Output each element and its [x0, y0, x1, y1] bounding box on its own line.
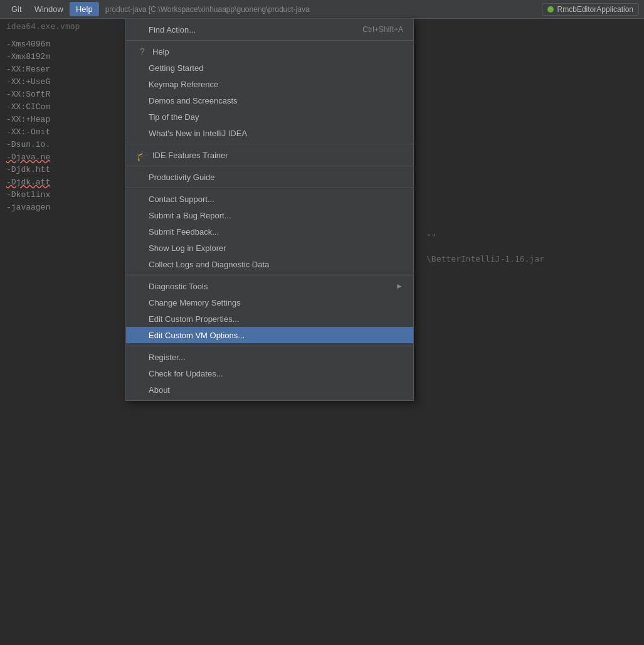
- help-label: Help: [152, 47, 403, 56]
- background-text-1: "": [426, 232, 436, 242]
- find-action-shortcut: Ctrl+Shift+A: [362, 25, 403, 34]
- run-status-dot: [547, 6, 554, 13]
- run-config-label: RmcbEditorApplication: [557, 5, 633, 14]
- menu-item-edit-vm-options[interactable]: Edit Custom VM Options...: [126, 327, 413, 343]
- ide-trainer-label: IDE Features Trainer: [152, 151, 403, 160]
- menu-window[interactable]: Window: [28, 2, 70, 16]
- edit-custom-props-label: Edit Custom Properties...: [149, 314, 403, 324]
- find-action-label: Find Action...: [149, 25, 350, 35]
- menu-item-edit-custom-props[interactable]: Edit Custom Properties...: [126, 311, 413, 327]
- menu-help[interactable]: Help: [70, 2, 99, 16]
- menu-item-tip-of-day[interactable]: Tip of the Day: [126, 109, 413, 125]
- window-title: product-java [C:\Workspace\xinhuaapp\guo…: [105, 5, 542, 14]
- menu-item-keymap[interactable]: Keymap Reference: [126, 76, 413, 92]
- tip-of-day-label: Tip of the Day: [149, 112, 403, 122]
- menu-item-change-memory[interactable]: Change Memory Settings: [126, 294, 413, 311]
- menu-item-productivity-guide[interactable]: Productivity Guide: [126, 169, 413, 185]
- menu-item-submit-feedback[interactable]: Submit Feedback...: [126, 223, 413, 240]
- menu-item-collect-logs[interactable]: Collect Logs and Diagnostic Data: [126, 256, 413, 272]
- menu-item-help[interactable]: ? Help: [126, 43, 413, 60]
- productivity-guide-label: Productivity Guide: [149, 173, 403, 182]
- menu-bar: Git Window Help product-java [C:\Workspa…: [0, 0, 644, 19]
- submenu-arrow-icon: ►: [396, 282, 403, 291]
- about-label: About: [149, 385, 403, 395]
- menu-section-trainer: 🎓 IDE Features Trainer: [126, 144, 413, 166]
- menu-section-support: Contact Support... Submit a Bug Report..…: [126, 188, 413, 275]
- menu-item-contact-support[interactable]: Contact Support...: [126, 191, 413, 207]
- whats-new-label: What's New in IntelliJ IDEA: [149, 129, 403, 138]
- demos-label: Demos and Screencasts: [149, 96, 403, 105]
- menu-item-getting-started[interactable]: Getting Started: [126, 60, 413, 76]
- diagnostic-tools-label: Diagnostic Tools: [149, 282, 396, 291]
- check-updates-label: Check for Updates...: [149, 369, 403, 378]
- menu-item-show-log[interactable]: Show Log in Explorer: [126, 240, 413, 256]
- menu-item-ide-trainer[interactable]: 🎓 IDE Features Trainer: [126, 147, 413, 163]
- submit-feedback-label: Submit Feedback...: [149, 227, 403, 237]
- menu-section-productivity: Productivity Guide: [126, 166, 413, 188]
- background-text-2: \BetterIntelliJ-1.16.jar: [426, 254, 544, 264]
- menu-section-help: ? Help Getting Started Keymap Reference …: [126, 41, 413, 144]
- contact-support-label: Contact Support...: [149, 195, 403, 204]
- menu-item-check-updates[interactable]: Check for Updates...: [126, 365, 413, 381]
- file-label: idea64.exe.vmop: [6, 21, 80, 31]
- help-dropdown-menu: Find Action... Ctrl+Shift+A ? Help Getti…: [125, 19, 414, 401]
- menu-section-diagnostic: Diagnostic Tools ► Change Memory Setting…: [126, 275, 413, 346]
- show-log-label: Show Log in Explorer: [149, 243, 403, 253]
- keymap-label: Keymap Reference: [149, 80, 403, 89]
- change-memory-label: Change Memory Settings: [149, 298, 403, 307]
- menu-item-demos[interactable]: Demos and Screencasts: [126, 92, 413, 109]
- run-configuration[interactable]: RmcbEditorApplication: [542, 3, 639, 16]
- menu-item-submit-bug[interactable]: Submit a Bug Report...: [126, 207, 413, 223]
- menu-item-register[interactable]: Register...: [126, 349, 413, 365]
- menu-item-whats-new[interactable]: What's New in IntelliJ IDEA: [126, 125, 413, 141]
- submit-bug-label: Submit a Bug Report...: [149, 211, 403, 220]
- getting-started-label: Getting Started: [149, 63, 403, 73]
- menu-git[interactable]: Git: [5, 2, 28, 16]
- menu-section-about: Register... Check for Updates... About: [126, 346, 413, 400]
- menu-item-find-action[interactable]: Find Action... Ctrl+Shift+A: [126, 21, 413, 38]
- trainer-icon: 🎓: [136, 149, 149, 161]
- menu-section-find: Find Action... Ctrl+Shift+A: [126, 19, 413, 41]
- edit-vm-options-label: Edit Custom VM Options...: [149, 331, 403, 340]
- menu-item-diagnostic-tools[interactable]: Diagnostic Tools ►: [126, 278, 413, 294]
- help-icon: ?: [136, 46, 149, 56]
- register-label: Register...: [149, 353, 403, 362]
- menu-item-about[interactable]: About: [126, 381, 413, 398]
- collect-logs-label: Collect Logs and Diagnostic Data: [149, 260, 403, 269]
